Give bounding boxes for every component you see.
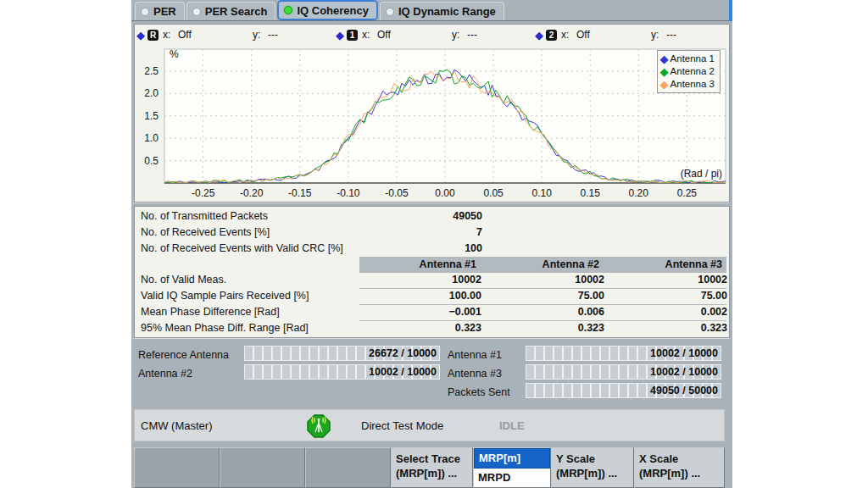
legend-item-antenna1: ◆ Antenna 1 <box>660 53 715 65</box>
tab-per[interactable]: PER <box>135 2 185 20</box>
measurement-state-badge: IDLE <box>499 419 525 432</box>
stat-value: 49050 <box>347 208 482 225</box>
progress-label: Antenna #2 <box>138 366 192 381</box>
cell-value: 75.00 <box>610 288 727 304</box>
softkey-line2: (MRP[m]) ... <box>396 466 468 480</box>
cell-value: 10002 <box>487 272 604 288</box>
softkey-empty-1[interactable] <box>134 447 220 488</box>
svg-text:(Rad / pi): (Rad / pi) <box>681 168 722 180</box>
marker-x-label: x: <box>362 29 377 41</box>
marker-x-label: x: <box>163 29 178 41</box>
antenna1-header: Antenna #1 <box>359 257 476 272</box>
cmw-application-window: PER PER Search IQ Coherency IQ Dynamic R… <box>131 0 732 488</box>
legend-item-antenna3: ◆ Antenna 3 <box>660 78 715 91</box>
antenna-tower-icon <box>307 414 331 441</box>
antenna1-series-icon: ◆ <box>660 53 669 65</box>
svg-text:2.5: 2.5 <box>144 65 159 77</box>
cell-value: 100.00 <box>364 288 481 304</box>
svg-text:-0.15: -0.15 <box>288 187 312 199</box>
progress-label: Antenna #3 <box>448 366 502 381</box>
row-label: 95% Mean Phase Diff. Range [Rad] <box>141 320 309 336</box>
softkey-empty-3[interactable] <box>305 447 391 488</box>
marker-2-readout[interactable]: ◆ 2 x: Off y: --- <box>533 29 732 42</box>
tab-label: IQ Coherency <box>297 4 369 17</box>
stat-row: No. of Transmitted Packets 49050 <box>135 208 729 225</box>
marker-y-label: y: <box>253 29 268 41</box>
svg-text:-0.10: -0.10 <box>337 187 360 199</box>
antenna1-progressbar: 10002 / 10000 <box>526 346 721 361</box>
marker-x-value: Off <box>377 29 452 41</box>
progress-count: 26672 / 10000 <box>369 347 437 361</box>
softkey-line2: (MRP[m]) ... <box>556 466 629 480</box>
marker-y-label: y: <box>452 29 467 41</box>
cell-value: 10002 <box>364 272 481 288</box>
svg-text:0.10: 0.10 <box>531 187 552 199</box>
trace-dropdown[interactable]: MRP[m] MRPD <box>473 447 551 488</box>
marker-y-value: --- <box>268 29 334 41</box>
tab-per-search[interactable]: PER Search <box>186 2 276 20</box>
cell-value: 0.323 <box>610 320 727 336</box>
phase-histogram-chart[interactable]: 0.51.01.52.02.5-0.25-0.20-0.15-0.10-0.05… <box>135 43 729 202</box>
stat-value: 100 <box>347 241 482 257</box>
table-row: Valid IQ Sample Pairs Received [%] 100.0… <box>135 288 729 304</box>
svg-text:2.0: 2.0 <box>144 87 159 99</box>
marker-1-readout[interactable]: ◆ 1 x: Off y: --- <box>334 29 533 42</box>
marker-y-value: --- <box>467 29 533 41</box>
stat-value: 7 <box>347 225 482 241</box>
progress-count: 10002 / 10000 <box>369 365 437 380</box>
legend-item-antenna2: ◆ Antenna 2 <box>660 65 715 78</box>
softkey-line1: Select Trace <box>396 452 468 466</box>
progress-count: 49050 / 50000 <box>650 384 718 398</box>
y-scale-button[interactable]: Y Scale (MRP[m]) ... <box>551 447 634 488</box>
statistics-panel: No. of Transmitted Packets 49050 No. of … <box>134 206 730 338</box>
antenna2-progressbar: 10002 / 10000 <box>244 364 440 380</box>
svg-text:0.5: 0.5 <box>144 155 159 167</box>
table-row: 95% Mean Phase Diff. Range [Rad] 0.323 0… <box>135 320 729 336</box>
chart-legend: ◆ Antenna 1 ◆ Antenna 2 ◆ Antenna 3 <box>657 50 721 93</box>
x-scale-button[interactable]: X Scale (MRP[m]) ... <box>634 447 725 488</box>
marker-x-label: x: <box>561 29 576 41</box>
marker-y-value: --- <box>666 29 732 41</box>
marker-diamond-icon: ◆ <box>535 29 543 42</box>
trace-option-mrp[interactable]: MRP[m] <box>474 448 550 469</box>
legend-label: Antenna 1 <box>670 53 715 65</box>
device-name: CMW (Master) <box>141 419 213 432</box>
reference-antenna-progressbar: 26672 / 10000 <box>244 346 440 361</box>
stat-label: No. of Received Events with Valid CRC [%… <box>141 241 343 257</box>
marker-x-value: Off <box>576 29 651 41</box>
marker-x-value: Off <box>178 29 253 41</box>
tab-iq-dynamic-range[interactable]: IQ Dynamic Range <box>380 2 504 20</box>
svg-text:0.00: 0.00 <box>435 187 455 199</box>
marker-diamond-icon: ◆ <box>336 29 344 42</box>
chart-canvas: 0.51.01.52.02.5-0.25-0.20-0.15-0.10-0.05… <box>135 43 729 202</box>
svg-text:0.25: 0.25 <box>677 187 698 199</box>
cell-value: 75.00 <box>487 288 604 304</box>
cell-value: 0.002 <box>610 304 727 320</box>
status-bar: CMW (Master) Direct Test Mode IDLE <box>134 409 725 441</box>
trace-option-mrpd[interactable]: MRPD <box>474 469 550 487</box>
softkey-bar: Select Trace (MRP[m]) ... MRP[m] MRPD Y … <box>134 447 725 488</box>
tab-label: PER <box>153 5 176 18</box>
packets-sent-progressbar: 49050 / 50000 <box>526 383 721 398</box>
cell-value: 10002 <box>610 272 727 288</box>
table-row: No. of Valid Meas. 10002 10002 10002 <box>135 272 729 288</box>
svg-text:0.20: 0.20 <box>629 187 649 199</box>
table-row: Mean Phase Difference [Rad] −0.001 0.006… <box>135 304 729 320</box>
row-label: Mean Phase Difference [Rad] <box>141 304 280 320</box>
tab-iq-coherency[interactable]: IQ Coherency <box>277 0 378 20</box>
tab-label: IQ Dynamic Range <box>398 5 496 18</box>
svg-text:1.5: 1.5 <box>144 110 159 122</box>
softkey-empty-2[interactable] <box>220 447 305 488</box>
tab-status-dot <box>141 8 149 16</box>
select-trace-button[interactable]: Select Trace (MRP[m]) ... <box>391 447 473 488</box>
marker-r-readout[interactable]: ◆ R x: Off y: --- <box>135 29 334 42</box>
antenna3-progressbar: 10002 / 10000 <box>526 364 721 380</box>
antenna2-header: Antenna #2 <box>482 257 599 272</box>
row-label: Valid IQ Sample Pairs Received [%] <box>141 288 309 304</box>
stat-row: No. of Received Events [%] 7 <box>135 225 729 241</box>
progress-label: Reference Antenna <box>138 347 229 363</box>
marker-diamond-icon: ◆ <box>136 29 145 42</box>
antenna3-header: Antenna #3 <box>605 257 722 272</box>
marker-readout-row: ◆ R x: Off y: --- ◆ 1 x: Off y: --- ◆ 2 … <box>135 26 729 43</box>
cell-value: 0.323 <box>487 320 604 336</box>
